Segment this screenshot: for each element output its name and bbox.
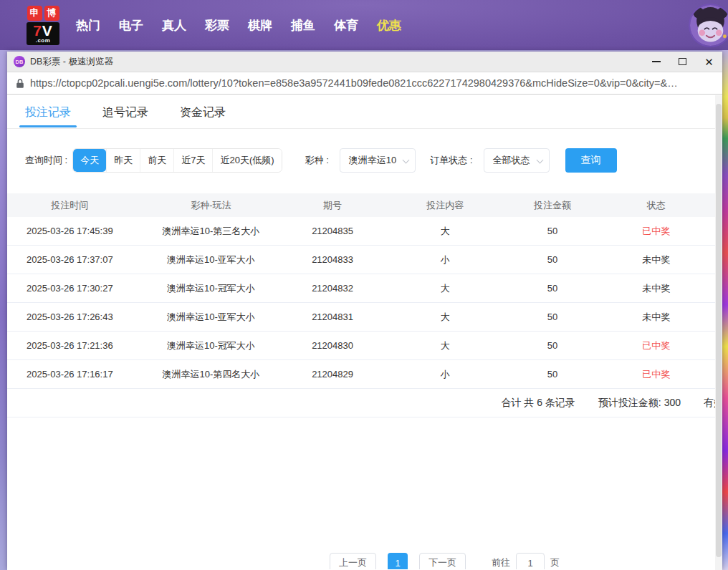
record-tabs: 投注记录 追号记录 资金记录 <box>7 95 722 129</box>
time-filter-group: 今天 昨天 前天 近7天 近20天(低频) <box>72 148 282 173</box>
cell-status: 未中奖 <box>590 282 722 295</box>
order-status-value: 全部状态 <box>493 154 530 167</box>
table-header-cell: 期号 <box>289 199 375 212</box>
prev-page-button[interactable]: 上一页 <box>330 553 376 569</box>
logo-7v: 7V <box>33 23 53 38</box>
cell-bet-amount: 50 <box>515 311 590 322</box>
goto-label: 前往 <box>492 556 510 569</box>
time-filter-option[interactable]: 近7天 <box>173 149 212 172</box>
close-button[interactable]: ✕ <box>696 52 722 72</box>
maximize-icon <box>679 58 686 65</box>
order-status-select[interactable]: 全部状态 <box>484 148 550 173</box>
nav-item[interactable]: 优惠 <box>368 17 411 34</box>
chevron-down-icon <box>403 157 410 164</box>
time-filter-option[interactable]: 昨天 <box>106 149 140 172</box>
lottery-select[interactable]: 澳洲幸运10 <box>340 148 416 173</box>
nav-item[interactable]: 体育 <box>325 17 368 34</box>
minimize-button[interactable] <box>643 52 669 72</box>
lottery-filter-label: 彩种 : <box>305 154 329 167</box>
table-header-cell: 投注时间 <box>7 199 133 212</box>
minimize-icon <box>652 61 661 62</box>
cell-bet-time: 2025-03-26 17:37:07 <box>7 254 133 265</box>
goto-page-input[interactable] <box>516 553 545 569</box>
browser-window: DB DB彩票 - 极速浏览器 ✕ https://ctopcp02pcali.… <box>7 52 722 570</box>
cell-bet-time: 2025-03-26 17:45:39 <box>7 226 133 236</box>
cell-status: 已中奖 <box>590 225 722 238</box>
logo-badges: 申 博 <box>27 6 59 21</box>
site-logo[interactable]: 申 博 7V .com <box>25 6 61 45</box>
table-header: 投注时间 彩种-玩法 期号 投注内容 投注金额 状态 <box>7 193 722 217</box>
chevron-down-icon <box>536 157 543 164</box>
nav-item[interactable]: 彩票 <box>196 17 239 34</box>
avatar-illustration <box>690 5 728 46</box>
bet-records-table: 投注时间 彩种-玩法 期号 投注内容 投注金额 状态 2025-03-26 17… <box>7 193 722 417</box>
cell-bet-time: 2025-03-26 17:21:36 <box>7 340 133 351</box>
cell-game-play: 澳洲幸运10-亚军大小 <box>133 253 290 266</box>
scrollbar-thumb[interactable] <box>716 104 722 557</box>
cell-game-play: 澳洲幸运10-冠军大小 <box>133 339 290 352</box>
time-filter-option[interactable]: 今天 <box>73 149 106 172</box>
table-row[interactable]: 2025-03-26 17:21:36 澳洲幸运10-冠军大小 21204830… <box>7 332 722 360</box>
cell-bet-time: 2025-03-26 17:16:17 <box>7 369 133 380</box>
nav-item[interactable]: 热门 <box>67 17 110 34</box>
lottery-select-value: 澳洲幸运10 <box>349 154 396 167</box>
cell-game-play: 澳洲幸运10-亚军大小 <box>133 311 290 324</box>
logo-badge-bo: 博 <box>44 6 59 21</box>
nav-item[interactable]: 真人 <box>153 17 196 34</box>
window-controls: ✕ <box>643 52 722 72</box>
cell-bet-content: 大 <box>375 339 515 352</box>
cell-game-play: 澳洲幸运10-第三名大小 <box>133 225 290 238</box>
avatar[interactable] <box>690 5 728 46</box>
cell-status: 未中奖 <box>590 311 722 324</box>
logo-badge-shen: 申 <box>27 6 42 21</box>
cell-bet-content: 大 <box>375 225 515 238</box>
time-filter-option[interactable]: 近20天(低频) <box>212 149 281 172</box>
filter-bar: 查询时间 : 今天 昨天 前天 近7天 近20天(低频) 彩种 : 澳洲幸运10 <box>25 148 722 173</box>
background-page-strip <box>722 50 728 570</box>
site-nav: 申 博 7V .com 热门 电子 真人 彩票 棋牌 捕鱼 体育 优惠 <box>0 0 728 50</box>
tab[interactable]: 追号记录 <box>102 95 148 128</box>
tab[interactable]: 投注记录 <box>25 95 71 128</box>
cell-status: 未中奖 <box>590 253 722 266</box>
close-icon: ✕ <box>704 57 714 67</box>
cell-bet-amount: 50 <box>515 369 590 380</box>
cell-bet-content: 大 <box>375 282 515 295</box>
window-titlebar: DB DB彩票 - 极速浏览器 ✕ <box>7 52 722 72</box>
logo-main: 7V .com <box>27 22 59 45</box>
cell-issue: 21204835 <box>289 226 375 236</box>
page-number-active[interactable]: 1 <box>388 553 408 569</box>
table-row[interactable]: 2025-03-26 17:45:39 澳洲幸运10-第三名大小 2120483… <box>7 217 722 246</box>
maximize-button[interactable] <box>669 52 696 72</box>
cell-bet-amount: 50 <box>515 283 590 294</box>
table-row[interactable]: 2025-03-26 17:26:43 澳洲幸运10-亚军大小 21204831… <box>7 303 722 332</box>
goto-page: 前往 页 <box>492 553 560 569</box>
window-title: DB彩票 - 极速浏览器 <box>30 56 113 68</box>
pagination: 上一页 1 下一页 前往 页 <box>330 553 560 569</box>
table-row[interactable]: 2025-03-26 17:16:17 澳洲幸运10-第四名大小 2120482… <box>7 360 722 389</box>
cell-bet-amount: 50 <box>515 226 590 236</box>
next-page-button[interactable]: 下一页 <box>419 553 466 569</box>
search-button[interactable]: 查询 <box>565 148 617 173</box>
nav-item[interactable]: 捕鱼 <box>282 17 325 34</box>
cell-bet-content: 大 <box>375 311 515 324</box>
cell-status: 已中奖 <box>590 368 722 381</box>
table-row[interactable]: 2025-03-26 17:37:07 澳洲幸运10-亚军大小 21204833… <box>7 246 722 274</box>
cell-bet-content: 小 <box>375 253 515 266</box>
nav-item[interactable]: 棋牌 <box>239 17 282 34</box>
url-bar[interactable]: https://ctopcp02pcali.uengi5e.com/lotter… <box>7 72 722 95</box>
cell-game-play: 澳洲幸运10-第四名大小 <box>133 368 290 381</box>
cell-status: 已中奖 <box>590 339 722 352</box>
nav-menu: 热门 电子 真人 彩票 棋牌 捕鱼 体育 优惠 <box>67 17 411 34</box>
app-icon: DB <box>14 56 25 67</box>
cell-bet-amount: 50 <box>515 340 590 351</box>
cell-issue: 21204829 <box>289 369 375 380</box>
time-filter-option[interactable]: 前天 <box>140 149 173 172</box>
vertical-scrollbar[interactable] <box>715 95 722 570</box>
table-row[interactable]: 2025-03-26 17:30:27 澳洲幸运10-冠军大小 21204832… <box>7 274 722 303</box>
cell-issue: 21204832 <box>289 283 375 294</box>
time-filter-label: 查询时间 : <box>25 154 67 167</box>
cell-issue: 21204830 <box>289 340 375 351</box>
cell-bet-time: 2025-03-26 17:30:27 <box>7 283 133 294</box>
nav-item[interactable]: 电子 <box>110 17 153 34</box>
tab[interactable]: 资金记录 <box>180 95 226 128</box>
